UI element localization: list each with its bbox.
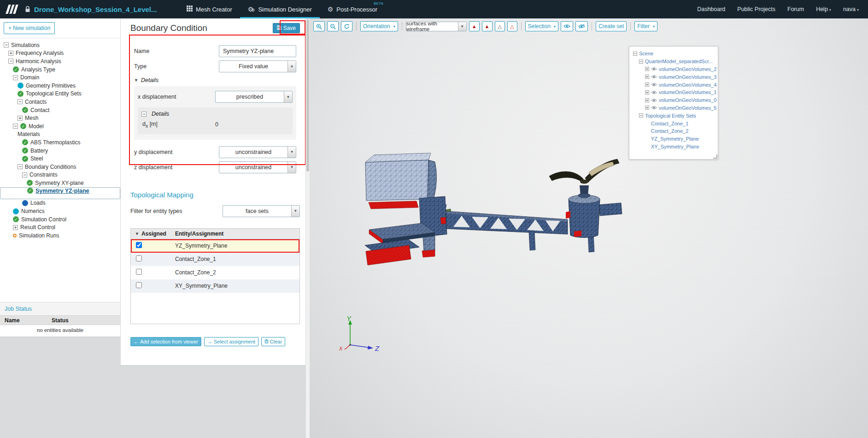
collapse-icon[interactable]: − <box>141 112 147 117</box>
collapse-icon[interactable]: − <box>18 164 23 169</box>
tree-item-simulation-runs[interactable]: Simulation Runs <box>0 231 120 240</box>
zoom-in-button[interactable] <box>313 21 325 31</box>
scene-item-yz-symmetry-plane[interactable]: YZ_Symmetry_Plane <box>631 135 716 143</box>
tree-item-steel[interactable]: ✓Steel <box>0 154 120 163</box>
project-title[interactable]: Drone_Workshop_Session_4_Level... <box>34 6 157 13</box>
link-forum[interactable]: Forum <box>787 6 804 12</box>
x-displacement-select[interactable]: prescribed ▼ <box>215 91 293 103</box>
tree-item-constraints[interactable]: −Constraints <box>0 171 120 179</box>
collapse-icon[interactable]: − <box>22 172 27 178</box>
simscale-logo[interactable] <box>4 3 20 16</box>
scene-item-volumeongeovolumes-1[interactable]: +volumeOnGeoVolumes_1 <box>631 89 716 96</box>
expand-icon[interactable]: + <box>645 90 649 95</box>
drone-model[interactable] <box>310 18 868 438</box>
link-dashboard[interactable]: Dashboard <box>697 6 725 12</box>
tree-item-mesh[interactable]: +Mesh <box>0 114 120 122</box>
tree-item-topological-entity-sets[interactable]: ✓Topological Entity Sets <box>0 90 120 98</box>
tree-item-contact[interactable]: ✓Contact <box>0 106 120 114</box>
select-assignment-button[interactable]: →Select assignment <box>204 337 258 346</box>
expand-icon[interactable]: + <box>645 83 649 87</box>
collapse-icon[interactable]: − <box>13 75 18 80</box>
collapse-icon[interactable]: − <box>639 59 643 64</box>
filter-dropdown[interactable]: Filter▾ <box>634 21 657 31</box>
tree-item-analysis-type[interactable]: ✓Analysis Type <box>0 65 120 74</box>
create-set-button[interactable]: Create set <box>596 21 627 31</box>
tree-item-frequency-analysis[interactable]: +Frequency Analysis <box>0 49 120 58</box>
scene-item-contact-zone-1[interactable]: Contact_Zone_1 <box>631 119 716 127</box>
collapse-icon[interactable]: − <box>18 99 23 104</box>
tree-item-result-control[interactable]: +Result Control <box>0 223 120 231</box>
highlight-faces-toggle-2[interactable]: ▲ <box>482 21 493 31</box>
tab-mesh-creator[interactable]: Mesh Creator <box>179 0 240 18</box>
highlight-faces-toggle-1[interactable]: ▲ <box>469 21 480 31</box>
tree-item-symmetry-xy-plane[interactable]: ✓Symmetry XY-plane <box>0 179 120 187</box>
collapse-icon[interactable]: − <box>633 52 637 56</box>
user-menu[interactable]: nava▾ <box>843 6 859 12</box>
tree-item-simulations[interactable]: −Simulations <box>0 41 120 49</box>
details-section-header[interactable]: ▼ Details <box>134 77 296 83</box>
scene-item-volumeongeovolumes-5[interactable]: +volumeOnGeoVolumes_5 <box>631 104 716 112</box>
scene-item-contact-zone-2[interactable]: Contact_Zone_2 <box>631 127 716 135</box>
expand-icon[interactable]: + <box>645 106 649 110</box>
show-entities-button[interactable] <box>561 21 573 31</box>
tree-item-battery[interactable]: ✓Battery <box>0 147 120 155</box>
tree-item-symmetry-yz-plane[interactable]: ✓Symmetry YZ-plane <box>0 187 120 199</box>
tree-item-loads[interactable]: Loads <box>0 199 120 207</box>
expand-icon[interactable]: + <box>13 225 18 230</box>
save-button[interactable]: Save <box>273 23 300 33</box>
z-displacement-select[interactable]: unconstrained ▼ <box>219 161 296 173</box>
dx-value[interactable]: 0 <box>211 121 289 128</box>
eye-icon[interactable] <box>651 90 657 95</box>
eye-icon[interactable] <box>651 106 657 110</box>
tree-item-boundary-conditions[interactable]: −Boundary Conditions <box>0 163 120 171</box>
scene-item-quartermodel-separatedscr[interactable]: −QuarterModel_separatedScr... <box>631 58 716 65</box>
tree-item-geometry-primitives[interactable]: Geometry Primitives <box>0 82 120 90</box>
collapse-icon[interactable]: − <box>8 59 13 64</box>
reset-view-button[interactable] <box>341 21 352 31</box>
eye-icon[interactable] <box>651 83 657 87</box>
assignment-checkbox[interactable] <box>136 269 142 275</box>
tree-item-materials[interactable]: Materials <box>0 130 120 139</box>
expand-icon[interactable]: + <box>8 51 13 56</box>
orientation-dropdown[interactable]: Orientation▾ <box>360 21 398 31</box>
assignment-checkbox[interactable] <box>136 255 142 261</box>
expand-icon[interactable]: + <box>645 98 649 102</box>
y-displacement-select[interactable]: unconstrained ▼ <box>219 146 296 158</box>
viewer-3d[interactable]: Orientation▾ surfaces with wireframe ▼ ▲… <box>310 18 868 438</box>
assignment-row-contact-zone-1[interactable]: Contact_Zone_1 <box>131 253 299 266</box>
zoom-out-button[interactable] <box>327 21 339 31</box>
tree-item-simulation-control[interactable]: ✓Simulation Control <box>0 215 120 224</box>
collapse-icon[interactable]: − <box>639 113 643 118</box>
selection-dropdown[interactable]: Selection▾ <box>525 21 558 31</box>
help-menu[interactable]: Help▾ <box>816 6 831 12</box>
render-mode-select[interactable]: surfaces with wireframe ▼ <box>406 22 467 31</box>
scene-item-volumeongeovolumes-3[interactable]: +volumeOnGeoVolumes_3 <box>631 73 716 81</box>
tree-item-numerics[interactable]: Numerics <box>0 207 120 215</box>
name-input[interactable] <box>219 45 296 57</box>
new-simulation-button[interactable]: +New simulation <box>4 22 55 34</box>
assignment-row-contact-zone-2[interactable]: Contact_Zone_2 <box>131 266 299 279</box>
add-selection-from-viewer-button[interactable]: ←Add selection from viewer <box>130 337 201 346</box>
panel-scrollbar[interactable] <box>305 18 310 438</box>
tab-post-processor[interactable]: ⚙ Post-Processor BETA <box>320 0 385 18</box>
eye-icon[interactable] <box>651 75 657 79</box>
tab-simulation-designer[interactable]: ⚙⚙ Simulation Designer <box>240 0 320 18</box>
link-public-projects[interactable]: Public Projects <box>737 6 775 12</box>
scene-tree-panel[interactable]: −Scene−QuarterModel_separatedScr...+volu… <box>629 46 718 160</box>
expand-icon[interactable]: + <box>645 67 649 71</box>
inner-details-header[interactable]: − Details <box>141 111 289 117</box>
expand-icon[interactable]: + <box>18 116 23 121</box>
scene-item-volumeongeovolumes-2[interactable]: +volumeOnGeoVolumes_2 <box>631 65 716 73</box>
tree-item-contacts[interactable]: −Contacts <box>0 98 120 106</box>
tree-item-model[interactable]: −✓Model <box>0 122 120 130</box>
eye-icon[interactable] <box>651 67 657 71</box>
assignment-row-xy-symmetry-plane[interactable]: XY_Symmetry_Plane <box>131 279 299 293</box>
scrollbar-thumb[interactable] <box>306 19 309 172</box>
hide-entities-button[interactable] <box>575 21 588 31</box>
scene-item-scene[interactable]: −Scene <box>631 50 716 58</box>
collapse-icon[interactable]: − <box>13 124 18 129</box>
type-select[interactable]: Fixed value ▼ <box>219 60 296 72</box>
highlight-faces-toggle-3[interactable]: △ <box>495 21 505 31</box>
assigned-column-header[interactable]: ▼ Assigned <box>131 231 175 237</box>
assignment-row-yz-symmetry-plane[interactable]: YZ_Symmetry_Plane <box>131 239 299 253</box>
